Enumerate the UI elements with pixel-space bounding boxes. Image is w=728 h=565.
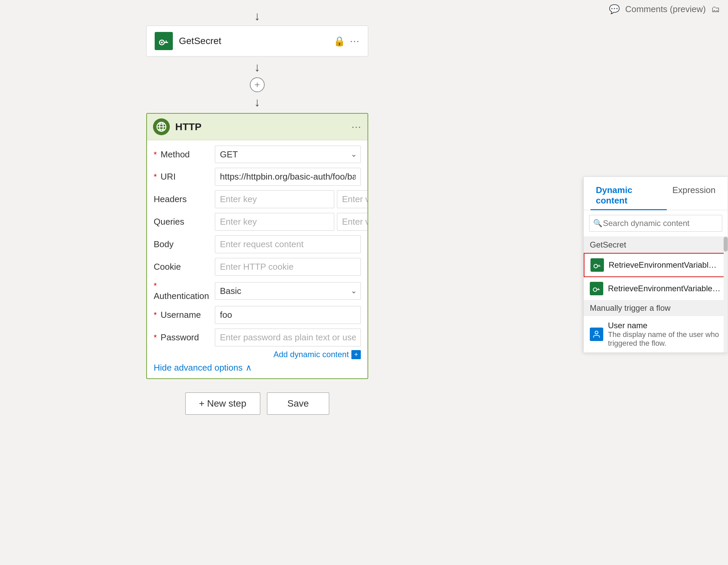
password-input[interactable]	[215, 329, 361, 346]
getsecret-actions: 🔒 ···	[334, 36, 360, 47]
panel-item-2-text: RetrieveEnvironmentVariableSecretValueRe…	[608, 284, 722, 293]
http-icon	[153, 118, 170, 135]
http-form-body: * Method GET POST PUT DELETE PATCH ⌄	[147, 140, 368, 378]
getsecret-card: GetSecret 🔒 ···	[146, 26, 368, 57]
username-row: * Username	[154, 306, 361, 324]
uri-input[interactable]	[215, 168, 361, 186]
hide-advanced-chevron-icon: ∧	[245, 363, 252, 373]
tab-dynamic-content[interactable]: Dynamic content	[590, 182, 667, 210]
panel-item-1-icon	[590, 258, 604, 272]
add-step-circle[interactable]: +	[250, 77, 265, 92]
body-row: Body	[154, 235, 361, 253]
http-title: HTTP	[175, 121, 346, 133]
authentication-select[interactable]: None Basic Client Certificate Active Dir…	[215, 282, 361, 300]
plus-connector: ↓ + ↓	[250, 58, 265, 112]
uri-row: * URI	[154, 168, 361, 186]
headers-value-input[interactable]	[337, 190, 368, 208]
http-more-options[interactable]: ···	[352, 121, 361, 132]
cookie-input[interactable]	[215, 258, 361, 276]
getsecret-section-label: GetSecret	[584, 237, 728, 253]
panel-item-1-text: RetrieveEnvironmentVariableSecretValueRe…	[609, 260, 721, 270]
queries-value-input[interactable]	[337, 213, 368, 231]
authentication-row: * Authentication None Basic Client Certi…	[154, 280, 361, 301]
username-input[interactable]	[215, 306, 361, 324]
password-row: * Password	[154, 329, 361, 346]
panel-item-2[interactable]: RetrieveEnvironmentVariableSecretValueRe…	[584, 277, 728, 300]
svg-point-1	[161, 41, 163, 43]
scrollbar-track	[724, 237, 728, 352]
arrow-down-3: ↓	[254, 96, 260, 108]
panel-scroll-area: GetSecret RetrieveEnvironmentVariableSec…	[584, 237, 728, 352]
tab-expression[interactable]: Expression	[667, 182, 721, 210]
method-label: * Method	[154, 149, 211, 160]
save-button[interactable]: Save	[267, 392, 330, 415]
headers-key-input[interactable]	[215, 190, 334, 208]
queries-inputs	[215, 213, 368, 231]
panel-item-3-icon	[590, 328, 603, 341]
queries-key-input[interactable]	[215, 213, 334, 231]
password-required: *	[154, 333, 157, 342]
panel-item-2-icon	[590, 282, 603, 295]
method-select[interactable]: GET POST PUT DELETE PATCH	[215, 146, 361, 163]
lock-icon[interactable]: 🔒	[334, 36, 345, 47]
body-label: Body	[154, 239, 211, 250]
arrow-down-1: ↓	[254, 10, 260, 22]
authentication-select-wrapper[interactable]: None Basic Client Certificate Active Dir…	[215, 282, 361, 300]
headers-row: Headers 🗑	[154, 190, 361, 208]
hide-advanced-label: Hide advanced options	[154, 363, 243, 373]
dynamic-content-link-row: Add dynamic content +	[154, 350, 361, 359]
method-select-wrapper[interactable]: GET POST PUT DELETE PATCH ⌄	[215, 146, 361, 163]
canvas: ↓ GetSecret 🔒 ··· ↓ + ↓	[0, 0, 514, 565]
headers-label: Headers	[154, 194, 211, 204]
username-required: *	[154, 310, 157, 319]
queries-label: Queries	[154, 217, 211, 227]
new-step-button[interactable]: + New step	[185, 392, 260, 415]
headers-inputs	[215, 190, 368, 208]
method-required: *	[154, 150, 157, 159]
bottom-buttons: + New step Save	[185, 392, 330, 415]
panel-search-area: 🔍	[584, 210, 728, 237]
add-dynamic-content-link[interactable]: Add dynamic content	[273, 350, 349, 359]
http-card: HTTP ··· * Method GET POST PUT DELETE PA…	[146, 113, 368, 379]
getsecret-title: GetSecret	[179, 36, 328, 46]
scrollbar-thumb[interactable]	[724, 237, 728, 252]
search-dynamic-input[interactable]	[589, 215, 722, 232]
authentication-label: * Authentication	[154, 280, 211, 301]
comments-label[interactable]: Comments (preview)	[625, 4, 706, 14]
svg-point-8	[593, 288, 597, 292]
password-label: * Password	[154, 332, 211, 343]
cookie-row: Cookie	[154, 258, 361, 276]
hide-advanced-options[interactable]: Hide advanced options ∧	[154, 363, 361, 373]
comments-icon: 💬	[609, 4, 620, 14]
auth-required: *	[154, 281, 157, 290]
panel-item-3-subtext: The display name of the user who trigger…	[608, 330, 722, 348]
getsecret-more-options[interactable]: ···	[350, 36, 360, 46]
manual-trigger-section-label: Manually trigger a flow	[584, 300, 728, 316]
queries-row: Queries 🗑	[154, 213, 361, 231]
search-wrapper: 🔍	[589, 215, 722, 232]
sidebar-icon[interactable]: 🗂	[711, 4, 720, 14]
method-row: * Method GET POST PUT DELETE PATCH ⌄	[154, 146, 361, 163]
getsecret-icon	[155, 32, 173, 50]
username-label: * Username	[154, 310, 211, 320]
svg-point-7	[594, 264, 598, 268]
uri-required: *	[154, 172, 157, 181]
search-icon: 🔍	[593, 219, 602, 228]
body-input[interactable]	[215, 235, 361, 253]
dynamic-content-panel: Dynamic content Expression 🔍 GetSecret R…	[583, 177, 728, 353]
panel-item-1[interactable]: RetrieveEnvironmentVariableSecretValueRe…	[584, 253, 728, 277]
panel-item-3-text: User name	[608, 321, 722, 330]
dynamic-plus-badge: +	[351, 350, 361, 359]
arrow-down-2: ↓	[254, 61, 260, 73]
panel-item-3[interactable]: User name The display name of the user w…	[584, 316, 728, 352]
svg-point-9	[595, 331, 598, 334]
top-bar: 💬 Comments (preview) 🗂	[601, 0, 728, 18]
cookie-label: Cookie	[154, 262, 211, 272]
http-header: HTTP ···	[147, 114, 368, 140]
panel-tabs: Dynamic content Expression	[584, 177, 728, 210]
panel-item-3-content: User name The display name of the user w…	[608, 321, 722, 348]
uri-label: * URI	[154, 172, 211, 182]
